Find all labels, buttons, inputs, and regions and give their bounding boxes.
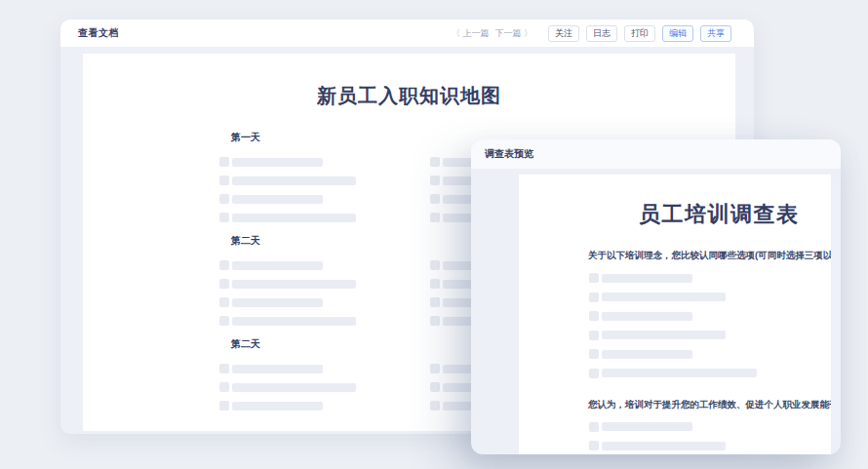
skeleton-row [589,349,831,359]
skeleton-row [589,331,831,340]
log-button[interactable]: 日志 [586,25,617,42]
bullet-square [430,157,440,167]
bullet-square [589,311,599,321]
text-placeholder-bar [232,158,323,167]
bullet-square [219,382,229,392]
bullet-square [219,260,229,270]
text-placeholder-bar [602,274,692,283]
survey-options [519,422,831,455]
bullet-square [589,422,599,432]
bullet-square [219,279,229,289]
skeleton-row [589,369,831,378]
skeleton-row [219,194,430,204]
skeleton-row [589,293,831,302]
bullet-square [219,213,229,222]
bullet-square [589,441,599,450]
viewer-header: 查看文档 〈 上一篇 下一篇 〉 关注 日志 打印 编辑 共享 [60,20,754,47]
skeleton-row [589,273,831,283]
survey-title: 员工培训调查表 [639,200,831,229]
follow-button[interactable]: 关注 [548,25,579,42]
bullet-square [589,349,599,359]
bullet-square [430,297,440,307]
viewer-title: 查看文档 [78,26,119,40]
text-placeholder-bar [602,442,726,450]
bullet-square [430,401,440,410]
text-placeholder-bar [602,422,692,431]
bullet-square [219,364,229,373]
text-placeholder-bar [232,261,323,270]
survey-questions: 关于以下培训理念，您比较认同哪些选项(可同时选择三项以内)：您认为，培训对于提升… [519,249,831,454]
survey-question-text: 关于以下培训理念，您比较认同哪些选项(可同时选择三项以内)： [588,249,831,261]
text-placeholder-bar [602,369,757,377]
viewer-toolbar: 〈 上一篇 下一篇 〉 关注 日志 打印 编辑 共享 [452,25,731,42]
bullet-square [430,176,440,185]
skeleton-row [219,297,430,307]
bullet-square [430,382,440,392]
survey-body: 员工培训调查表 关于以下培训理念，您比较认同哪些选项(可同时选择三项以内)：您认… [471,169,841,454]
survey-paper: 员工培训调查表 关于以下培训理念，您比较认同哪些选项(可同时选择三项以内)：您认… [519,175,831,454]
print-button[interactable]: 打印 [624,25,655,42]
skeleton-row [589,311,831,321]
skeleton-row [589,441,831,450]
text-placeholder-bar [602,293,726,301]
bullet-square [589,369,599,378]
bullet-square [219,157,229,167]
skeleton-row [589,422,831,432]
bullet-square [430,194,440,204]
page: 查看文档 〈 上一篇 下一篇 〉 关注 日志 打印 编辑 共享 新员工入职知识地… [0,0,868,469]
bullet-square [219,176,229,185]
skeleton-row [219,279,430,289]
survey-preview-window: 调查表预览 员工培训调查表 关于以下培训理念，您比较认同哪些选项(可同时选择三项… [471,139,841,454]
bullet-square [430,213,440,222]
skeleton-row [219,260,430,270]
survey-options [519,273,831,378]
text-placeholder-bar [232,365,323,373]
survey-window-title: 调查表预览 [485,147,533,161]
bullet-square [589,293,599,302]
skeleton-row [219,401,430,410]
document-title: 新员工入职知识地图 [83,83,735,108]
bullet-square [589,331,599,340]
survey-question-text: 您认为，培训对于提升您的工作绩效、促进个人职业发展能否起到实际帮 [588,398,831,410]
bullet-square [219,194,229,204]
text-placeholder-bar [602,331,726,339]
next-article-link[interactable]: 下一篇 〉 [494,27,533,40]
text-placeholder-bar [232,317,356,326]
prev-article-link[interactable]: 〈 上一篇 [452,27,490,40]
share-button[interactable]: 共享 [700,25,731,42]
text-placeholder-bar [232,402,323,410]
bullet-square [589,273,599,283]
bullet-square [219,316,229,326]
bullet-square [219,297,229,307]
bullet-square [219,401,229,410]
text-placeholder-bar [602,312,692,321]
skeleton-row [219,364,430,373]
edit-button[interactable]: 编辑 [662,25,693,42]
text-placeholder-bar [232,280,356,289]
skeleton-row [219,316,430,326]
bullet-square [430,260,440,270]
skeleton-row [219,382,430,392]
text-placeholder-bar [232,195,323,204]
bullet-square [430,364,440,373]
text-placeholder-bar [232,298,323,307]
text-placeholder-bar [232,176,356,185]
bullet-square [430,279,440,289]
skeleton-row [219,157,430,167]
text-placeholder-bar [602,350,692,359]
text-placeholder-bar [232,214,356,222]
survey-header: 调查表预览 [471,139,841,169]
text-placeholder-bar [232,383,356,392]
bullet-square [430,316,440,326]
skeleton-row [219,176,430,185]
skeleton-row [219,213,430,222]
